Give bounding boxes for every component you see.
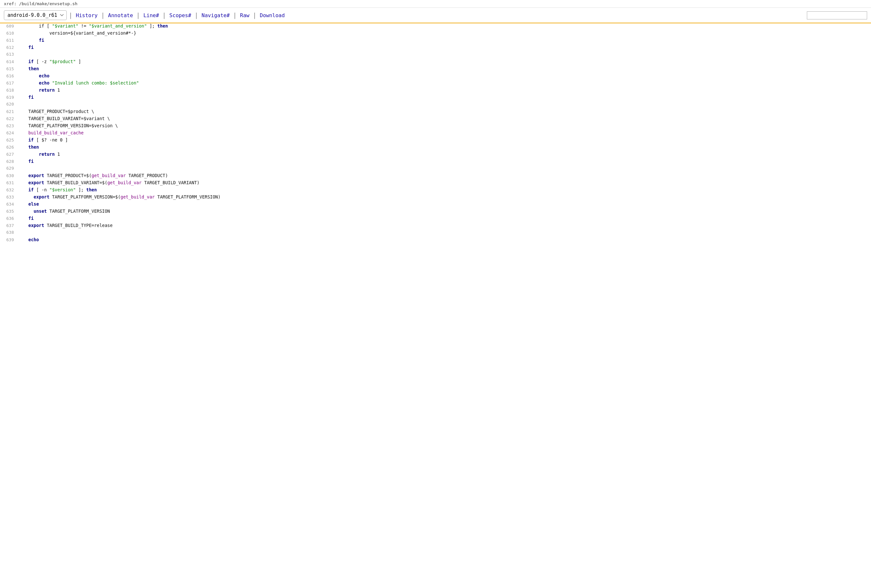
line-number: 625: [0, 138, 18, 142]
table-row: 612 fi: [0, 45, 871, 52]
line-code: TARGET_PLATFORM_VERSION=$version \: [18, 123, 118, 128]
line-code: export TARGET_PLATFORM_VERSION=$(get_bui…: [18, 194, 221, 199]
line-number: 622: [0, 116, 18, 121]
table-row: 622 TARGET_BUILD_VARIANT=$variant \: [0, 116, 871, 123]
raw-link[interactable]: Raw: [239, 12, 251, 19]
table-row: 618 return 1: [0, 87, 871, 94]
sep1: |: [69, 11, 73, 19]
line-number: 637: [0, 223, 18, 228]
search-input[interactable]: [807, 11, 867, 19]
table-row: 635 unset TARGET_PLATFORM_VERSION: [0, 208, 871, 215]
line-number: 612: [0, 45, 18, 50]
table-row: 639 echo: [0, 237, 871, 244]
line-number: 628: [0, 159, 18, 164]
sep3: |: [136, 11, 140, 19]
line-number: 623: [0, 123, 18, 128]
line-number: 634: [0, 202, 18, 206]
table-row: 613: [0, 52, 871, 59]
table-row: 619 fi: [0, 94, 871, 102]
line-code: then: [18, 144, 39, 150]
table-row: 633 export TARGET_PLATFORM_VERSION=$(get…: [0, 194, 871, 201]
line-code: fi: [18, 94, 34, 100]
line-number: 614: [0, 59, 18, 64]
table-row: 627 return 1: [0, 151, 871, 159]
line-link[interactable]: Line#: [142, 12, 160, 19]
table-row: 629: [0, 166, 871, 173]
line-code: unset TARGET_PLATFORM_VERSION: [18, 208, 110, 214]
xref-path: xref: /build/make/envsetup.sh: [0, 0, 871, 8]
line-number: 638: [0, 230, 18, 235]
annotate-link[interactable]: Annotate: [107, 12, 135, 19]
line-code: version=${variant_and_version#*-}: [18, 30, 136, 36]
sep7: |: [253, 11, 256, 19]
line-number: 618: [0, 88, 18, 93]
table-row: 628 fi: [0, 159, 871, 166]
line-number: 630: [0, 173, 18, 178]
line-code: echo: [18, 237, 39, 242]
table-row: 609 if [ "$variant" != "$variant_and_ver…: [0, 23, 871, 30]
table-row: 616 echo: [0, 73, 871, 80]
line-number: 611: [0, 38, 18, 43]
line-code: if [ -z "$product" ]: [18, 59, 81, 64]
table-row: 626 then: [0, 144, 871, 151]
table-row: 625 if [ $? -ne 0 ]: [0, 137, 871, 144]
line-number: 633: [0, 195, 18, 199]
table-row: 615 then: [0, 66, 871, 73]
line-code: TARGET_PRODUCT=$product \: [18, 109, 94, 114]
line-number: 610: [0, 31, 18, 36]
table-row: 621 TARGET_PRODUCT=$product \: [0, 109, 871, 116]
line-number: 609: [0, 24, 18, 28]
version-select[interactable]: android-9.0.0_r61: [4, 10, 67, 20]
sep2: |: [101, 11, 105, 19]
line-code: fi: [18, 215, 34, 221]
line-number: 619: [0, 95, 18, 100]
history-link[interactable]: History: [75, 12, 99, 19]
line-code: fi: [18, 37, 44, 43]
sep5: |: [195, 11, 198, 19]
line-number: 624: [0, 130, 18, 135]
line-code: fi: [18, 45, 34, 50]
line-code: return 1: [18, 87, 60, 93]
table-row: 637 export TARGET_BUILD_TYPE=release: [0, 223, 871, 230]
scopes-link[interactable]: Scopes#: [168, 12, 192, 19]
line-code: echo: [18, 73, 49, 78]
line-code: if [ $? -ne 0 ]: [18, 137, 68, 142]
table-row: 630 export TARGET_PRODUCT=$(get_build_va…: [0, 173, 871, 180]
table-row: 638: [0, 230, 871, 237]
line-number: 632: [0, 187, 18, 192]
toolbar: android-9.0.0_r61 | History | Annotate |…: [0, 8, 871, 23]
line-number: 617: [0, 81, 18, 85]
code-container: 609 if [ "$variant" != "$variant_and_ver…: [0, 23, 871, 244]
line-number: 616: [0, 73, 18, 78]
line-number: 615: [0, 66, 18, 71]
line-code: export TARGET_BUILD_TYPE=release: [18, 223, 113, 228]
table-row: 632 if [ -n "$version" ]; then: [0, 187, 871, 194]
line-code: export TARGET_BUILD_VARIANT=$(get_build_…: [18, 180, 199, 185]
line-number: 639: [0, 237, 18, 242]
line-code: if [ "$variant" != "$variant_and_version…: [18, 23, 168, 28]
download-link[interactable]: Download: [259, 12, 286, 19]
table-row: 624 build_build_var_cache: [0, 130, 871, 137]
table-row: 634 else: [0, 201, 871, 208]
line-code: echo "Invalid lunch combo: $selection": [18, 80, 139, 85]
line-code: fi: [18, 159, 34, 164]
line-code: TARGET_BUILD_VARIANT=$variant \: [18, 116, 110, 121]
line-number: 636: [0, 216, 18, 221]
sep4: |: [162, 11, 166, 19]
line-number: 621: [0, 109, 18, 114]
table-row: 614 if [ -z "$product" ]: [0, 59, 871, 66]
table-row: 631 export TARGET_BUILD_VARIANT=$(get_bu…: [0, 180, 871, 187]
sep6: |: [233, 11, 237, 19]
line-number: 635: [0, 209, 18, 214]
line-code: export TARGET_PRODUCT=$(get_build_var TA…: [18, 173, 168, 178]
line-number: 629: [0, 166, 18, 171]
table-row: 623 TARGET_PLATFORM_VERSION=$version \: [0, 123, 871, 130]
line-code: build_build_var_cache: [18, 130, 84, 135]
line-number: 627: [0, 152, 18, 157]
line-number: 613: [0, 52, 18, 57]
table-row: 620: [0, 102, 871, 109]
line-code: then: [18, 66, 39, 71]
navigate-link[interactable]: Navigate#: [200, 12, 231, 19]
line-number: 626: [0, 145, 18, 150]
table-row: 617 echo "Invalid lunch combo: $selectio…: [0, 80, 871, 87]
